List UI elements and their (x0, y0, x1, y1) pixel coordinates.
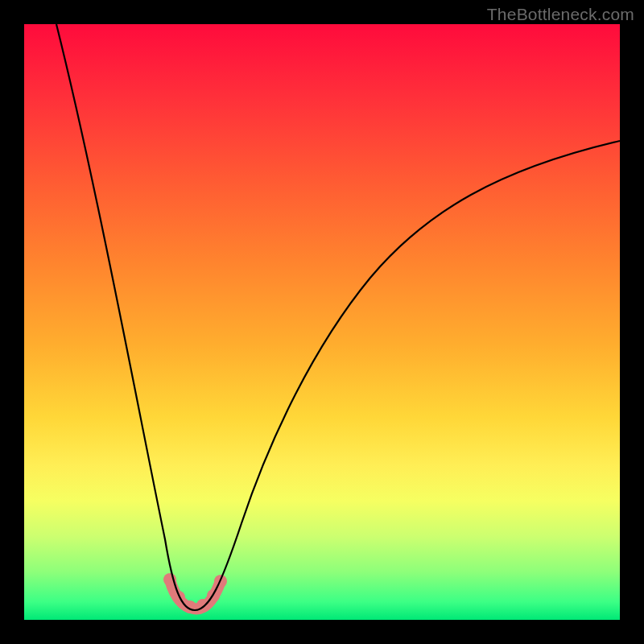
chart-frame: TheBottleneck.com (0, 0, 644, 644)
chart-plot-area (24, 24, 620, 620)
bottleneck-curve-line (56, 24, 620, 610)
watermark-text: TheBottleneck.com (487, 5, 634, 24)
chart-svg (24, 24, 620, 620)
